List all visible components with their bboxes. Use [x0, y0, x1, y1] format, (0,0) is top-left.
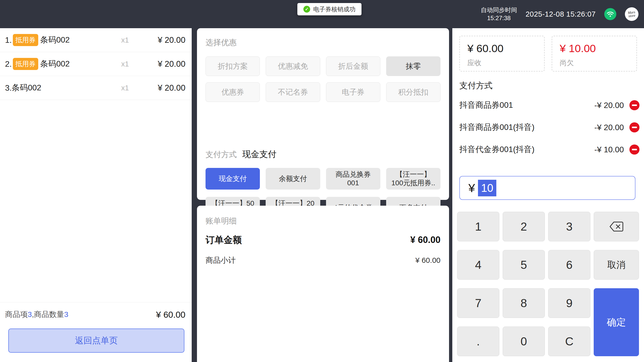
cart-item-row[interactable]: 3. 条码002 x1 ¥ 20.00	[0, 76, 192, 100]
receivable-amount: ¥ 60.00	[467, 42, 544, 55]
receivable-box: ¥ 60.00 应收	[459, 36, 545, 71]
promo-payment-card: 选择优惠 折扣方案 优惠减免 折后金额 抹零 优惠券 不记名券 电子券 积分抵扣…	[197, 28, 449, 200]
order-amount-value: ¥ 60.00	[410, 235, 440, 245]
cart-item-qty: x1	[107, 36, 143, 44]
owed-label: 尚欠	[560, 58, 636, 68]
wifi-icon	[607, 11, 614, 17]
numpad-backspace-button[interactable]	[594, 212, 639, 241]
store-logo-button[interactable]: Mars store	[624, 7, 639, 21]
bill-subtotal-row: 商品小计 ¥ 60.00	[206, 255, 440, 266]
cart-item-qty: x1	[107, 84, 143, 92]
summary-qty-count: 3	[64, 310, 68, 318]
order-amount-label: 订单金额	[206, 234, 242, 246]
numpad-key-8[interactable]: 8	[503, 288, 545, 318]
numpad-key-7[interactable]: 7	[457, 288, 499, 318]
pay-cash-button[interactable]: 现金支付	[206, 168, 260, 190]
cart-item-main: 3. 条码002	[5, 82, 107, 93]
bill-section-title: 账单明细	[206, 216, 237, 226]
round-off-button[interactable]: 抹零	[386, 56, 440, 76]
numpad-key-2[interactable]: 2	[503, 212, 545, 241]
numpad-key-9[interactable]: 9	[548, 288, 590, 318]
applied-payment-amount: -¥ 20.00	[594, 123, 624, 132]
toast-success: ✓ 电子券核销成功	[297, 3, 361, 15]
discount-section-title: 选择优惠	[206, 37, 237, 48]
topbar-right-cluster: 自动同步时间 15:27:38 2025-12-08 15:26:07 Mars…	[481, 0, 638, 28]
coupon-badge: 抵用券	[13, 34, 38, 46]
applied-payment-row: 抖音商品券001(抖音) -¥ 20.00	[459, 121, 639, 133]
numpad-cancel-button[interactable]: 取消	[594, 250, 639, 280]
numpad-key-4[interactable]: 4	[457, 250, 499, 280]
discounted-amount-button[interactable]: 折后金额	[326, 56, 380, 76]
currency-symbol: ¥	[468, 181, 475, 195]
success-check-icon: ✓	[303, 6, 310, 13]
summary-items-label: 商品项	[5, 310, 28, 318]
cart-item-row[interactable]: 2. 抵用券 条码002 x1 ¥ 20.00	[0, 52, 192, 76]
applied-payment-row: 抖音代金券001(抖音) -¥ 10.00	[459, 143, 639, 156]
discount-plan-button[interactable]: 折扣方案	[206, 56, 260, 76]
auto-sync-time: 自动同步时间 15:27:38	[481, 6, 517, 22]
applied-payment-name: 抖音商品券001(抖音)	[459, 122, 594, 133]
pay-method-selected-value: 现金支付	[242, 149, 276, 160]
cart-item-price: ¥ 20.00	[143, 35, 185, 45]
remove-payment-button[interactable]	[629, 122, 639, 132]
cart-item-name: 条码002	[40, 34, 70, 46]
cart-footer: 商品项3,商品数量3 ¥ 60.00 返回点单页	[0, 302, 192, 320]
numpad-key-clear[interactable]: C	[548, 327, 590, 356]
cart-item-index: 1.	[5, 35, 12, 45]
bearer-coupon-button[interactable]: 不记名券	[266, 82, 320, 102]
remove-payment-button[interactable]	[629, 100, 639, 110]
backspace-icon	[609, 221, 623, 232]
cart-item-index: 3.	[5, 83, 12, 93]
cart-item-row[interactable]: 1. 抵用券 条码002 x1 ¥ 20.00	[0, 28, 192, 52]
applied-payments-list: 抖音商品券001 -¥ 20.00 抖音商品券001(抖音) -¥ 20.00 …	[459, 99, 639, 166]
discount-reduce-button[interactable]: 优惠减免	[266, 56, 320, 76]
amount-input-selected-text: 10	[478, 180, 496, 196]
points-deduction-button[interactable]: 积分抵扣	[386, 82, 440, 102]
applied-payment-amount: -¥ 20.00	[594, 101, 624, 110]
numpad-confirm-button[interactable]: 确定	[594, 288, 639, 356]
store-logo-line2: store	[628, 14, 635, 18]
cart-panel: 1. 抵用券 条码002 x1 ¥ 20.00 2. 抵用券 条码002 x1 …	[0, 28, 192, 362]
discount-button-grid: 折扣方案 优惠减免 折后金额 抹零 优惠券 不记名券 电子券 积分抵扣	[206, 56, 440, 102]
numpad-key-3[interactable]: 3	[548, 212, 590, 241]
numpad: 1 2 3 4 5 6 取消 7 8 9 确定 . 0 C	[457, 212, 639, 356]
pay-coupon-100-button[interactable]: 【汪一一】 100元抵用券..	[386, 168, 440, 190]
numpad-key-0[interactable]: 0	[503, 327, 545, 356]
bill-order-row: 订单金额 ¥ 60.00	[206, 234, 440, 246]
remove-payment-button[interactable]	[629, 144, 639, 155]
cart-item-index: 2.	[5, 59, 12, 69]
coupon-badge: 抵用券	[13, 58, 38, 70]
subtotal-value: ¥ 60.00	[415, 256, 440, 265]
back-to-order-button[interactable]: 返回点单页	[8, 329, 184, 353]
checkout-pay-methods-title: 支付方式	[459, 80, 493, 91]
numpad-key-dot[interactable]: .	[457, 327, 499, 356]
summary-items-count: 3	[28, 310, 32, 318]
cart-item-name: 条码002	[12, 82, 41, 93]
cart-item-main: 2. 抵用券 条码002	[5, 58, 107, 70]
numpad-key-1[interactable]: 1	[457, 212, 499, 241]
wifi-status-button[interactable]	[604, 8, 616, 20]
applied-payment-name: 抖音代金券001(抖音)	[459, 144, 594, 155]
cart-item-name: 条码002	[40, 58, 70, 69]
amount-stats: ¥ 60.00 应收 ¥ 10.00 尚欠	[459, 36, 637, 71]
numpad-key-6[interactable]: 6	[548, 250, 590, 280]
owed-amount: ¥ 10.00	[560, 42, 636, 55]
applied-payment-amount: -¥ 10.00	[594, 145, 624, 154]
toast-message: 电子券核销成功	[313, 5, 355, 13]
pay-balance-button[interactable]: 余额支付	[266, 168, 320, 190]
cart-item-price: ¥ 20.00	[143, 59, 185, 69]
bill-detail-card: 账单明细 订单金额 ¥ 60.00 商品小计 ¥ 60.00	[197, 206, 449, 362]
pay-method-title: 支付方式	[206, 149, 237, 160]
amount-input[interactable]: ¥ 10	[459, 176, 635, 200]
subtotal-label: 商品小计	[206, 255, 236, 266]
pay-exchange-coupon-button[interactable]: 商品兑换券 001	[326, 168, 380, 190]
checkout-panel: ¥ 60.00 应收 ¥ 10.00 尚欠 支付方式 抖音商品券001 -¥ 2…	[452, 28, 644, 362]
top-bar: ✓ 电子券核销成功 自动同步时间 15:27:38 2025-12-08 15:…	[0, 0, 644, 28]
current-datetime: 2025-12-08 15:26:07	[526, 10, 596, 18]
e-coupon-button[interactable]: 电子券	[326, 82, 380, 102]
cart-summary-counts: 商品项3,商品数量3	[5, 309, 68, 320]
coupon-button[interactable]: 优惠券	[206, 82, 260, 102]
numpad-key-5[interactable]: 5	[503, 250, 545, 280]
receivable-label: 应收	[467, 58, 544, 68]
summary-qty-label: ,商品数量	[32, 310, 64, 318]
